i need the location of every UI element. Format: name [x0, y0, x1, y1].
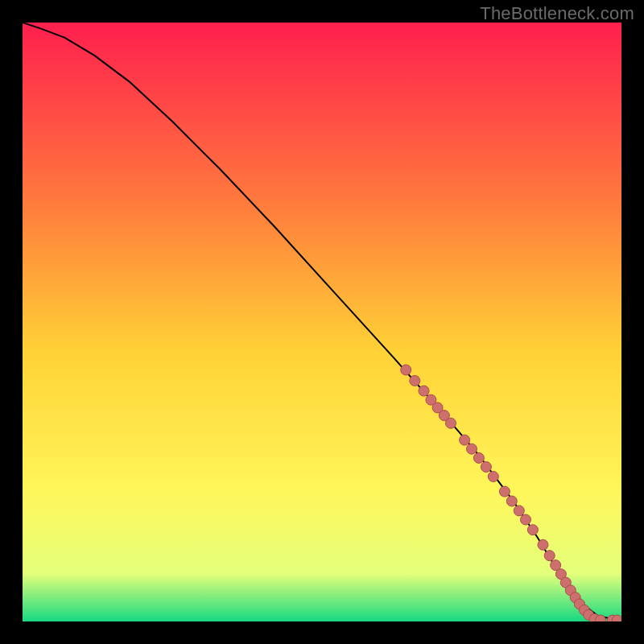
plot-area [23, 23, 621, 621]
data-marker [521, 514, 531, 525]
data-marker [538, 539, 548, 550]
watermark-text: TheBottleneck.com [480, 3, 634, 24]
data-marker [544, 551, 555, 561]
data-marker [596, 615, 606, 621]
data-marker [506, 496, 517, 506]
data-marker [419, 386, 429, 396]
data-marker [460, 435, 470, 445]
chart-frame: TheBottleneck.com [0, 0, 644, 644]
data-marker [473, 452, 484, 463]
data-marker [527, 525, 538, 535]
data-marker [488, 472, 498, 482]
data-marker [514, 506, 524, 516]
data-marker [481, 462, 491, 473]
data-marker [410, 375, 420, 386]
chart-svg [23, 23, 621, 621]
data-marker [401, 365, 411, 375]
data-marker [446, 418, 456, 428]
data-marker [467, 444, 477, 454]
data-marker [499, 486, 510, 497]
